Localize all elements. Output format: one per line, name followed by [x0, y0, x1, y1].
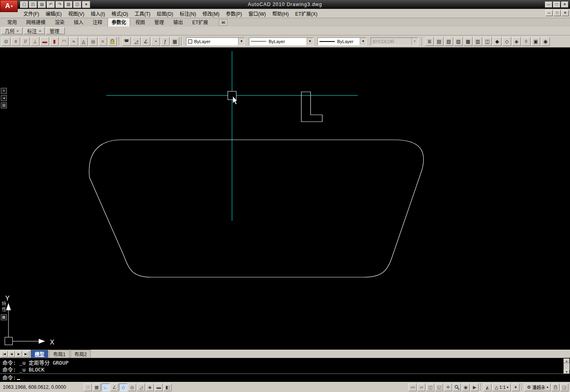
command-window[interactable]: 命令: _u 定距等分 GROUP 命令: _u BLOCK 命令: ▲ ▼ — [0, 358, 570, 382]
interface-lock-button[interactable] — [551, 384, 560, 391]
vertical-constraint-icon[interactable]: ▮ — [50, 37, 59, 46]
first-tab-button[interactable]: |◀ — [1, 351, 8, 357]
command-prompt-row[interactable]: 命令: — [0, 374, 570, 382]
ribbon-tab[interactable]: 网格建模 — [22, 17, 50, 27]
annotation-visibility-button[interactable]: ◭ — [483, 384, 491, 391]
l-shape-object[interactable] — [301, 92, 322, 122]
linetype-dropdown[interactable]: ByLayer ▼ — [249, 37, 313, 46]
ribbon-tab[interactable]: 参数化 — [108, 17, 130, 27]
scroll-up-icon[interactable]: ▲ — [564, 359, 570, 363]
ribbon-tab[interactable]: 输出 — [169, 17, 187, 27]
coincident-constraint-icon[interactable]: ⊙ — [2, 37, 10, 46]
menu-item[interactable]: 工具(T) — [131, 9, 153, 18]
autocad-logo[interactable]: A ▾ — [0, 0, 18, 12]
plot-preview-icon[interactable]: ◫ — [73, 1, 81, 8]
ribbon-tab[interactable]: 管理 — [150, 17, 168, 27]
qp-toggle[interactable]: ◧ — [164, 384, 172, 391]
make-object-layer-current-icon[interactable]: ◆ — [493, 37, 502, 46]
collinear-constraint-icon[interactable]: ≡ — [11, 37, 20, 46]
color-dropdown[interactable]: ByLayer ▼ — [186, 37, 245, 46]
menu-item[interactable]: 标注(N) — [176, 9, 199, 18]
prev-tab-button[interactable]: ◀ — [8, 351, 15, 357]
layer-match-icon[interactable]: ◇ — [502, 37, 511, 46]
menu-item[interactable]: ET扩展(X) — [292, 9, 321, 18]
horizontal-constraint-icon[interactable]: ▬ — [40, 37, 49, 46]
layout-space-button[interactable]: ▱ — [417, 384, 425, 391]
annotation-scale-button[interactable]: △ 1:1 ▾ — [492, 384, 511, 391]
trapezoid-object[interactable] — [89, 140, 423, 277]
parallel-constraint-icon[interactable]: // — [21, 37, 30, 46]
fix-constraint-icon[interactable] — [108, 37, 117, 46]
menu-dropdown-icon[interactable]: ▾ — [82, 1, 90, 8]
ribbon-tab[interactable]: 注释 — [89, 17, 106, 27]
layout-tab[interactable]: 模型 — [31, 350, 48, 358]
communication-center-icon[interactable]: ✉ — [219, 19, 228, 26]
redo-icon[interactable]: ↷ — [56, 1, 64, 8]
constraint-settings-icon[interactable]: ▦ — [170, 37, 179, 46]
layout-tab[interactable]: 布局1 — [49, 350, 70, 358]
match-properties-icon[interactable]: ◉ — [541, 37, 550, 46]
quickview-drawings-button[interactable]: ◱ — [435, 384, 443, 391]
layer-unisolate-icon[interactable]: ▨ — [454, 37, 463, 46]
palette-autohide-icon[interactable]: ◂ — [1, 95, 7, 101]
layer-isolate-icon[interactable]: ▧ — [444, 37, 453, 46]
menu-item[interactable]: 绘图(D) — [153, 9, 176, 18]
palette-grid-icon[interactable]: ▦ — [1, 314, 7, 320]
otrack-toggle[interactable]: ◎ — [128, 384, 136, 391]
workspace-switch-button[interactable]: ⚙ 潘超永 ▾ — [524, 384, 551, 391]
save-icon[interactable]: ▤ — [38, 1, 46, 8]
menu-item[interactable]: 文件(F) — [20, 9, 42, 18]
close-button[interactable]: ✕ — [561, 2, 568, 8]
quickview-layouts-button[interactable]: ◫ — [426, 384, 434, 391]
smooth-constraint-icon[interactable]: ≈ — [69, 37, 78, 46]
panel-tab-manage[interactable]: 管理 — [46, 27, 65, 34]
layout-tab[interactable]: 布局2 — [70, 350, 91, 358]
ducs-toggle[interactable]: ◿ — [137, 384, 145, 391]
restore-button[interactable]: □ — [553, 2, 560, 8]
mdi-restore-button[interactable]: □ — [553, 10, 561, 16]
aligned-constraint-icon[interactable]: ◿ — [132, 37, 141, 46]
clean-screen-button[interactable]: ◲ — [560, 384, 568, 391]
ortho-toggle[interactable]: ∟ — [102, 384, 110, 391]
tangent-constraint-icon[interactable]: ◠ — [60, 37, 68, 46]
equal-constraint-icon[interactable]: = — [98, 37, 107, 46]
showmotion-button[interactable]: ▶ — [471, 384, 479, 391]
coordinates-readout[interactable]: 1063.1968, 608.0612, 0.0000 — [2, 384, 83, 390]
copy-objects-to-layer-icon[interactable]: ◊ — [522, 37, 531, 46]
zoom-button[interactable] — [453, 384, 461, 391]
command-scrollbar[interactable]: ▲ ▼ — [564, 359, 570, 374]
model-space-button[interactable]: ▭ — [408, 384, 417, 391]
panel-tab-geometry[interactable]: 几何 » — [1, 27, 23, 34]
dyn-toggle[interactable]: ◈ — [146, 384, 154, 391]
menu-item[interactable]: 帮助(H) — [269, 9, 292, 18]
minimize-button[interactable]: ─ — [545, 2, 552, 8]
polar-toggle[interactable]: ∠ — [110, 384, 118, 391]
open-icon[interactable]: ◰ — [29, 1, 37, 8]
next-tab-button[interactable]: ▶ — [15, 351, 22, 357]
ribbon-tab[interactable]: 常用 — [3, 17, 21, 27]
perpendicular-constraint-icon[interactable]: ⊥ — [31, 37, 39, 46]
menu-item[interactable]: 修改(M) — [199, 9, 223, 18]
plot-icon[interactable]: ▥ — [64, 1, 73, 8]
parameters-manager-icon[interactable]: ƒ — [161, 37, 170, 46]
lwt-toggle[interactable]: ▬ — [155, 384, 163, 391]
anchored-palette-tab[interactable]: 特性 ▦ — [0, 301, 7, 320]
new-icon[interactable]: ▢ — [20, 1, 28, 8]
menu-item[interactable]: 格式(O) — [108, 9, 131, 18]
layer-freeze-icon[interactable]: ▩ — [464, 37, 473, 46]
lineweight-dropdown[interactable]: ByLayer ▼ — [317, 37, 367, 46]
steering-wheel-button[interactable]: ◉ — [462, 384, 470, 391]
pan-button[interactable]: ✛ — [444, 384, 452, 391]
palette-close-icon[interactable]: × — [1, 88, 7, 94]
menu-item[interactable]: 窗口(W) — [245, 9, 269, 18]
scroll-down-icon[interactable]: ▼ — [564, 369, 570, 374]
layer-properties-manager-icon[interactable]: ≣ — [425, 37, 434, 46]
menu-item[interactable]: 视图(V) — [65, 9, 87, 18]
drawing-canvas[interactable]: X Y × ◂ ▤ 特性 ▦ — [0, 48, 570, 350]
ribbon-tab[interactable]: 视图 — [131, 17, 149, 27]
change-to-current-layer-icon[interactable]: ◈ — [512, 37, 521, 46]
mdi-close-button[interactable]: ✕ — [562, 10, 569, 16]
panel-tab-dimension[interactable]: 标注 » — [24, 27, 45, 34]
ribbon-tab[interactable]: ET扩展 — [188, 17, 212, 27]
undo-icon[interactable]: ↶ — [47, 1, 55, 8]
